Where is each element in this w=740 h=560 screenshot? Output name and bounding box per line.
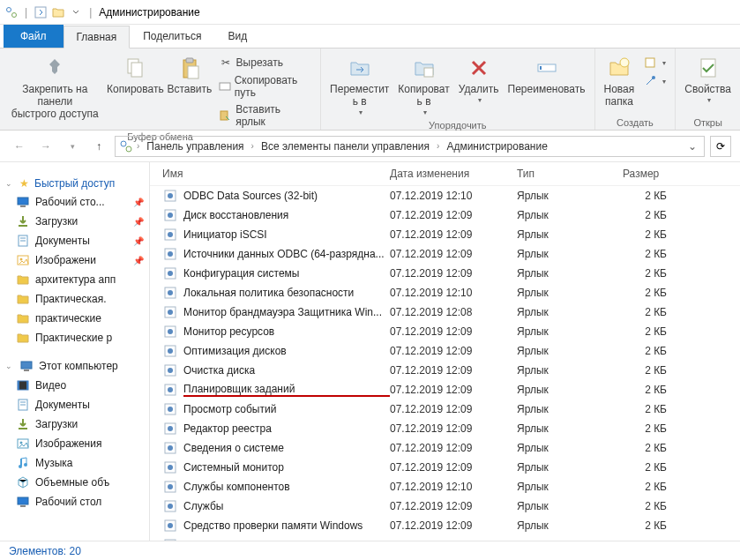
sidebar-item[interactable]: Объемные объ [0,473,149,492]
music-icon [16,456,30,470]
copypath-icon [219,79,231,93]
file-icon [162,207,178,223]
tab-home[interactable]: Главная [64,26,131,49]
crumb-sep[interactable]: › [250,141,256,151]
file-row[interactable]: Средство проверки памяти Windows07.12.20… [150,516,740,535]
file-row[interactable]: Очистка диска07.12.2019 12:09Ярлык2 КБ [150,361,740,380]
file-size: 2 КБ [623,481,693,493]
sidebar-item[interactable]: Документы📌 [0,231,149,250]
folder-icon [16,331,30,345]
file-icon [162,324,178,340]
svg-rect-40 [18,497,28,504]
sidebar-this-pc[interactable]: ⌄ Этот компьютер [0,356,149,376]
col-name[interactable]: Имя [162,168,390,180]
file-date: 07.12.2019 12:09 [390,539,517,541]
sidebar-item[interactable]: Загрузки📌 [0,212,149,231]
address-dropdown[interactable]: ⌄ [684,140,700,153]
file-row[interactable]: Монитор ресурсов07.12.2019 12:09Ярлык2 К… [150,322,740,341]
sidebar-item[interactable]: Изображени📌 [0,250,149,270]
file-row[interactable]: Системный монитор07.12.2019 12:09Ярлык2 … [150,458,740,477]
sidebar-item[interactable]: Документы [0,395,149,414]
properties-button[interactable]: Свойства▾ [681,52,735,106]
file-row[interactable]: Оптимизация дисков07.12.2019 12:09Ярлык2… [150,341,740,361]
refresh-button[interactable]: ⟳ [710,136,731,157]
file-row[interactable]: Редактор реестра07.12.2019 12:09Ярлык2 К… [150,419,740,438]
expand-icon: ⌄ [5,362,14,370]
easy-access-button[interactable]: ▾ [639,72,669,90]
sidebar-item[interactable]: Рабочий стол [0,492,149,511]
sidebar-item[interactable]: архитектура апп [0,270,149,289]
new-item-button[interactable]: ▾ [639,54,669,71]
paste-shortcut-button[interactable]: Вставить ярлык [215,101,316,130]
file-icon [162,227,178,243]
file-row[interactable]: Источники данных ODBC (64-разрядна...07.… [150,244,740,264]
crumb-sep[interactable]: › [135,141,141,151]
file-size: 2 КБ [623,461,693,474]
tab-share[interactable]: Поделиться [130,25,214,48]
pin-to-quick-access-button[interactable]: Закрепить на панели быстрого доступа [5,52,105,122]
new-folder-button[interactable]: Новая папка [601,52,639,110]
file-row[interactable]: Инициатор iSCSI07.12.2019 12:09Ярлык2 КБ [150,225,740,244]
file-row[interactable]: Службы компонентов07.12.2019 12:10Ярлык2… [150,477,740,497]
sidebar-item[interactable]: практические [0,309,149,328]
copy-button[interactable]: Копировать [107,52,165,98]
sidebar-item[interactable]: Загрузки [0,414,149,434]
file-row[interactable]: Монитор брандмауэра Защитника Win...07.1… [150,302,740,322]
address-bar[interactable]: › Панель управления › Все элементы панел… [115,136,705,157]
crumb-sep[interactable]: › [435,141,441,151]
svg-rect-8 [220,83,230,90]
nav-forward-button[interactable]: → [35,136,56,157]
tab-view[interactable]: Вид [214,25,260,48]
copy-to-button[interactable]: Копироват ь в▾ [394,52,452,118]
tab-file[interactable]: Файл [4,25,64,48]
file-row[interactable]: Просмотр событий07.12.2019 12:09Ярлык2 К… [150,399,740,419]
file-type: Ярлык [517,228,623,241]
file-type: Ярлык [517,442,623,454]
file-row[interactable]: Сведения о системе07.12.2019 12:09Ярлык2… [150,438,740,458]
file-name: Оптимизация дисков [183,345,390,357]
sidebar-item[interactable]: Практическая. [0,289,149,309]
delete-button[interactable]: Удалить▾ [455,52,503,106]
col-size[interactable]: Размер [623,168,693,180]
qat-dropdown-icon[interactable] [68,4,84,20]
file-row[interactable]: Планировщик заданий07.12.2019 12:09Ярлык… [150,380,740,399]
sidebar-item[interactable]: Практические р [0,328,149,347]
sidebar-item[interactable]: Изображения [0,434,149,453]
file-row[interactable]: Конфигурация системы07.12.2019 12:09Ярлы… [150,264,740,283]
qat-tools-icon[interactable] [4,4,19,20]
sidebar-item[interactable]: Музыка [0,453,149,473]
file-row[interactable]: Службы07.12.2019 12:09Ярлык2 КБ [150,497,740,516]
col-type[interactable]: Тип [517,168,623,180]
file-date: 07.12.2019 12:09 [390,248,517,260]
move-to-button[interactable]: Переместит ь в▾ [326,52,392,118]
sidebar-item[interactable]: Видео [0,376,149,395]
copy-path-button[interactable]: Скопировать путь [215,72,316,101]
pin-icon: 📌 [133,198,144,207]
svg-point-55 [168,310,173,315]
crumb-2[interactable]: Администрирование [443,138,550,154]
file-row[interactable]: Диск восстановления07.12.2019 12:09Ярлык… [150,205,740,225]
qat-folder-icon[interactable] [50,4,66,20]
cut-button[interactable]: ✂Вырезать [215,54,316,71]
col-date[interactable]: Дата изменения [390,168,517,180]
paste-button[interactable]: Вставить [166,52,213,98]
folder-icon [16,292,30,306]
rename-button[interactable]: Переименовать [505,52,589,98]
file-row[interactable]: Локальная политика безопасности07.12.201… [150,283,740,302]
crumb-1[interactable]: Все элементы панели управления [258,138,433,154]
svg-rect-2 [35,7,46,18]
crumb-0[interactable]: Панель управления [143,138,247,154]
file-type: Ярлык [517,267,623,280]
nav-history-dropdown[interactable]: ▾ [62,136,83,157]
file-row[interactable]: Управление компьютером07.12.2019 12:09Яр… [150,535,740,541]
file-date: 07.12.2019 12:09 [390,500,517,512]
qat-properties-icon[interactable] [33,4,49,20]
nav-up-button[interactable]: ↑ [88,136,109,157]
file-size: 2 КБ [623,364,693,377]
file-name: Просмотр событий [183,403,390,415]
nav-back-button[interactable]: ← [9,136,30,157]
sidebar-item[interactable]: Рабочий сто...📌 [0,192,149,212]
sidebar-quick-access[interactable]: ⌄ ★ Быстрый доступ [0,175,149,192]
chevron-down-icon: ▾ [359,108,363,116]
file-row[interactable]: ODBC Data Sources (32-bit)07.12.2019 12:… [150,186,740,205]
